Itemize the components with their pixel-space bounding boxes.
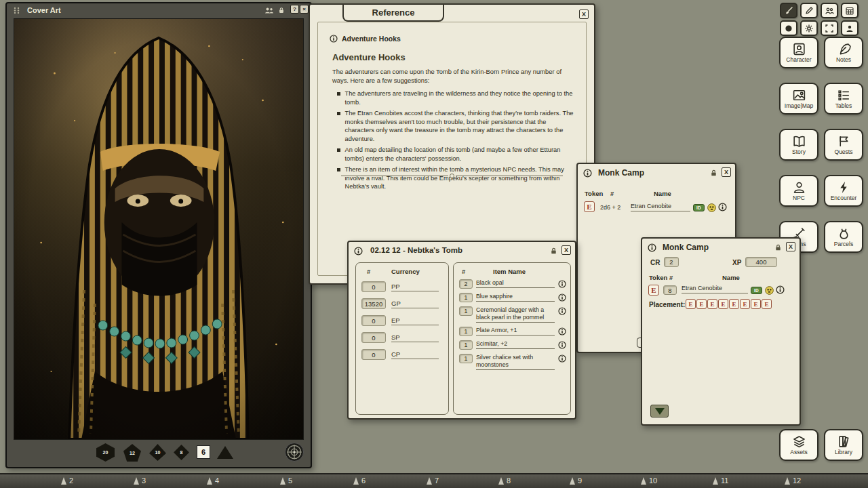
sidebar-button-character[interactable]: Character <box>779 37 818 68</box>
close-button[interactable]: X <box>579 9 589 19</box>
hotkey-slot[interactable]: 8 <box>498 476 511 485</box>
npc-count-expression[interactable]: 2d6 + 2 <box>600 204 620 211</box>
currency-code-field[interactable]: GP <box>391 300 439 308</box>
reference-title-tab[interactable]: Reference <box>342 5 444 22</box>
item-count-field[interactable]: 2 <box>459 279 473 289</box>
hotkey-slot[interactable]: 2 <box>61 476 73 485</box>
placement-token[interactable]: E <box>740 299 750 309</box>
placement-token[interactable]: E <box>729 299 739 309</box>
toolbar-calendar-button[interactable] <box>841 3 859 18</box>
placement-token[interactable]: E <box>707 299 717 309</box>
close-button[interactable]: X <box>786 242 795 251</box>
currency-amount-field[interactable]: 0 <box>361 281 386 292</box>
currency-code-field[interactable]: EP <box>391 317 439 325</box>
currency-amount-field[interactable]: 0 <box>361 332 386 343</box>
hotkey-slot[interactable]: 11 <box>713 476 728 485</box>
toolbar-window-button[interactable] <box>821 20 838 36</box>
sidebar-button-npc[interactable]: NPC <box>779 175 818 207</box>
xp-value-field[interactable]: 400 <box>745 257 777 267</box>
toolbar-draw-button[interactable] <box>800 3 818 18</box>
item-count-field[interactable]: 1 <box>459 293 473 302</box>
currency-amount-field[interactable]: 0 <box>361 349 386 360</box>
npc-count-field[interactable]: 8 <box>663 285 677 295</box>
item-name-link[interactable]: Ceremonial dagger with a black pearl in … <box>476 306 555 323</box>
window-help-button[interactable]: ? <box>290 5 299 14</box>
lock-icon[interactable] <box>710 169 717 177</box>
placement-token[interactable]: E <box>696 299 707 309</box>
sidebar-button-parcels[interactable]: Parcels <box>824 221 863 253</box>
item-name-link[interactable]: Plate Armor, +1 <box>476 327 555 336</box>
hotkey-slot[interactable]: 6 <box>353 476 366 485</box>
currency-code-field[interactable]: CP <box>391 350 439 359</box>
info-icon[interactable] <box>583 169 592 178</box>
d4-die[interactable] <box>217 446 233 459</box>
d6-die[interactable]: 6 <box>197 445 210 459</box>
hotkey-slot[interactable]: 12 <box>785 476 801 485</box>
item-count-field[interactable]: 1 <box>459 354 473 363</box>
sidebar-button-quests[interactable]: Quests <box>824 129 863 161</box>
npc-token[interactable]: E <box>584 201 595 212</box>
info-icon[interactable] <box>558 341 566 349</box>
identified-badge[interactable]: ID <box>751 287 762 294</box>
item-count-field[interactable]: 1 <box>459 340 473 350</box>
item-name-link[interactable]: Silver chalice set with moonstones <box>476 354 555 370</box>
focus-target-button[interactable] <box>285 443 304 462</box>
currency-code-field[interactable]: PP <box>391 283 439 291</box>
info-icon[interactable] <box>558 327 566 336</box>
toolbar-pointer-button[interactable] <box>780 3 797 18</box>
d20-die[interactable]: 20 <box>96 443 115 462</box>
toolbar-options-button[interactable] <box>800 20 818 36</box>
placement-token[interactable]: E <box>718 299 728 309</box>
d10-die[interactable]: 10 <box>149 444 166 461</box>
item-count-field[interactable]: 1 <box>459 327 473 336</box>
cover-art-image[interactable] <box>14 18 304 440</box>
npc-name-link[interactable]: Etran Cenobite <box>631 203 690 211</box>
skull-icon[interactable] <box>765 286 774 295</box>
cr-value-field[interactable]: 2 <box>664 257 679 267</box>
hotkey-slot[interactable]: 3 <box>134 476 146 485</box>
item-name-link[interactable]: Black opal <box>476 279 555 288</box>
d8-die[interactable]: 8 <box>174 445 189 460</box>
toolbar-party-button[interactable] <box>821 3 838 18</box>
sidebar-button-notes[interactable]: Notes <box>824 37 863 68</box>
d12-die[interactable]: 12 <box>123 444 141 462</box>
cover-art-titlebar[interactable]: Cover Art ? × <box>7 3 311 18</box>
info-icon[interactable] <box>330 35 338 43</box>
hotkey-slot[interactable]: 10 <box>641 476 657 485</box>
lock-icon[interactable] <box>550 247 557 255</box>
info-icon[interactable] <box>558 354 566 363</box>
hotkey-slot[interactable]: 7 <box>427 476 439 485</box>
parcel-window-nebtkas-tomb[interactable]: 02.12 12 - Nebtka's Tomb X # Currency 0P… <box>347 241 576 420</box>
currency-code-field[interactable]: SP <box>391 333 439 342</box>
sidebar-button-assets[interactable]: Assets <box>779 429 818 461</box>
hotkey-slot[interactable]: 5 <box>280 476 292 485</box>
skull-icon[interactable] <box>707 203 716 212</box>
item-count-field[interactable]: 1 <box>459 306 473 316</box>
identified-badge[interactable]: ID <box>693 204 705 211</box>
expand-section-button[interactable] <box>650 405 669 418</box>
item-name-link[interactable]: Blue sapphire <box>476 293 555 302</box>
lock-icon[interactable] <box>278 6 285 14</box>
toolbar-portrait-button[interactable] <box>841 20 859 36</box>
npc-token[interactable]: E <box>648 285 659 296</box>
toolbar-token-button[interactable] <box>780 20 797 36</box>
currency-amount-field[interactable]: 0 <box>361 315 386 326</box>
info-icon[interactable] <box>648 243 656 252</box>
sidebar-button-encounter[interactable]: Encounter <box>824 175 863 207</box>
hotkey-slot[interactable]: 9 <box>570 476 582 485</box>
info-icon[interactable] <box>558 280 566 288</box>
players-icon[interactable] <box>264 7 274 14</box>
item-name-link[interactable]: Scimitar, +2 <box>476 340 555 349</box>
lock-icon[interactable] <box>774 243 782 251</box>
close-button[interactable]: X <box>722 167 731 177</box>
npc-name-link[interactable]: Etran Cenobite <box>682 285 748 293</box>
info-icon[interactable] <box>776 285 785 294</box>
info-icon[interactable] <box>558 293 566 302</box>
placement-token[interactable]: E <box>751 299 761 309</box>
sidebar-button-image-map[interactable]: Image|Map <box>779 83 818 115</box>
placement-token[interactable]: E <box>686 299 696 309</box>
info-icon[interactable] <box>354 247 363 256</box>
sidebar-button-tables[interactable]: Tables <box>824 83 863 115</box>
currency-amount-field[interactable]: 13520 <box>361 298 386 309</box>
sidebar-button-story[interactable]: Story <box>779 129 818 161</box>
